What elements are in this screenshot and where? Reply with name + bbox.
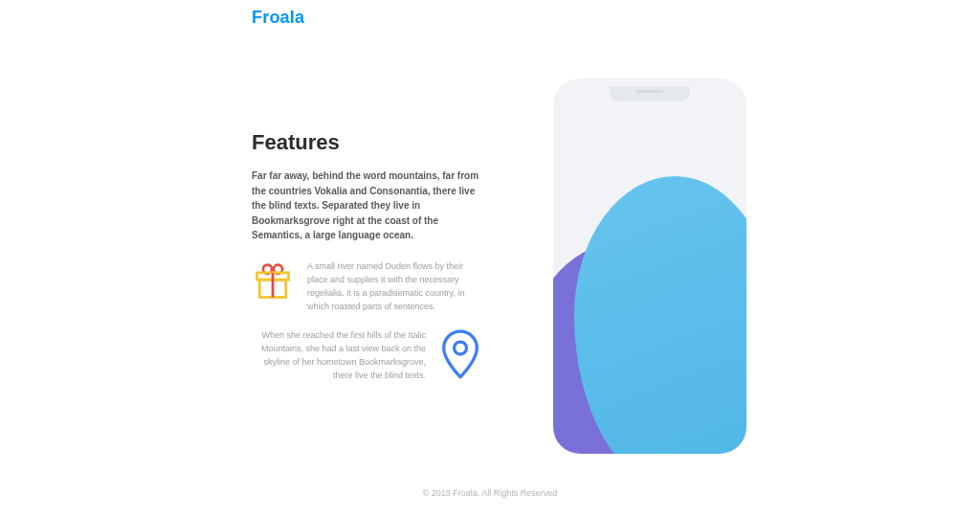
feature-text: A small river named Duden flows by their… [307,260,481,314]
decorative-blob [574,176,746,454]
feature-item: When she reached the first hills of the … [252,329,481,383]
gift-icon [252,260,294,306]
svg-point-5 [455,342,467,354]
feature-text: When she reached the first hills of the … [252,329,426,383]
features-section: Features Far far away, behind the word m… [252,130,491,243]
phone-mockup [553,79,746,454]
features-heading: Features [252,130,491,155]
brand-logo[interactable]: Froala [252,8,304,28]
footer-copyright: © 2018 Froala. All Rights Reserved [0,488,980,498]
feature-item: A small river named Duden flows by their… [252,260,481,314]
location-pin-icon [439,329,481,383]
phone-speaker [636,90,663,93]
features-lead: Far far away, behind the word mountains,… [252,168,491,243]
phone-notch [610,86,690,101]
